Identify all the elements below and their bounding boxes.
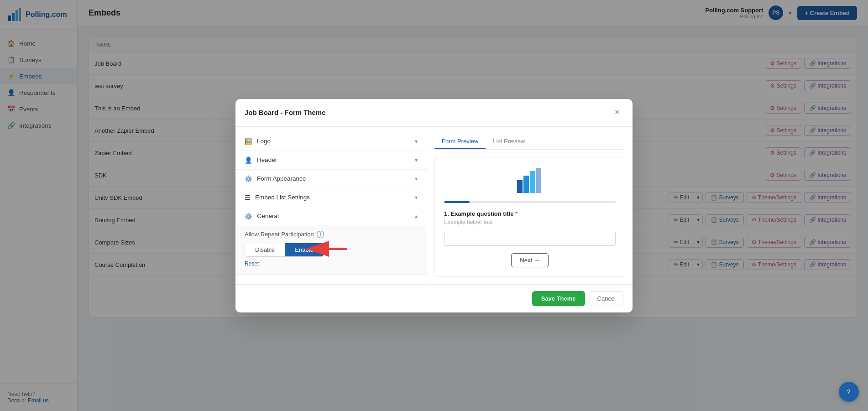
tab-list-preview[interactable]: List Preview: [486, 134, 532, 149]
modal-accordion: 🖼️ Logo ▾ 👤 Header ▾: [235, 127, 427, 284]
red-arrow: [304, 240, 350, 260]
accordion-form-appearance: ⚙️ Form Appearance ▾: [235, 170, 427, 188]
save-theme-button[interactable]: Save Theme: [532, 291, 585, 306]
modal-overlay: Job Board - Form Theme × 🖼️ Logo ▾: [0, 0, 868, 411]
chevron-up-icon: ▴: [415, 213, 418, 219]
accordion-embed-list: ☰ Embed List Settings ▾: [235, 188, 427, 207]
preview-progress-bar: [444, 201, 616, 203]
accordion-logo-header[interactable]: 🖼️ Logo ▾: [235, 132, 427, 151]
modal-preview: Form Preview List Preview: [427, 127, 633, 284]
chevron-down-icon: ▾: [415, 138, 418, 145]
svg-rect-9: [536, 168, 541, 193]
chevron-down-icon: ▾: [415, 194, 418, 201]
preview-tabs: Form Preview List Preview: [434, 134, 625, 150]
header-accordion-icon: 👤: [245, 156, 252, 164]
disable-button[interactable]: Disable: [245, 243, 285, 256]
modal-title: Job Board - Form Theme: [245, 109, 326, 116]
chevron-down-icon: ▾: [415, 176, 418, 182]
accordion-logo: 🖼️ Logo ▾: [235, 132, 427, 151]
svg-rect-7: [523, 176, 529, 193]
embed-list-label: Embed List Settings: [255, 194, 310, 201]
preview-card: 1. Example question title * Example help…: [434, 157, 625, 277]
preview-helper-text: Example helper text: [444, 219, 616, 225]
svg-rect-6: [517, 180, 523, 193]
accordion-general: ⚙️ General ▴ Allow Repeat Participation …: [235, 207, 427, 275]
allow-repeat-label: Allow Repeat Participation i: [245, 231, 418, 238]
accordion-form-appearance-header[interactable]: ⚙️ Form Appearance ▾: [235, 170, 427, 188]
form-appearance-label: Form Appearance: [257, 175, 306, 182]
preview-logo: [516, 166, 544, 194]
accordion-embed-list-header[interactable]: ☰ Embed List Settings ▾: [235, 188, 427, 207]
general-label: General: [257, 213, 279, 219]
required-marker: *: [515, 210, 518, 217]
logo-label: Logo: [257, 138, 271, 145]
form-appearance-icon: ⚙️: [245, 175, 252, 182]
preview-question: 1. Example question title *: [444, 210, 616, 217]
accordion-general-header[interactable]: ⚙️ General ▴: [235, 207, 427, 225]
embed-list-icon: ☰: [245, 194, 251, 201]
preview-next-button[interactable]: Next →: [511, 253, 548, 267]
cancel-button[interactable]: Cancel: [590, 291, 623, 306]
info-icon: i: [317, 231, 324, 238]
tab-form-preview[interactable]: Form Preview: [434, 134, 486, 149]
general-content: Allow Repeat Participation i Disable Ena…: [235, 225, 427, 274]
modal: Job Board - Form Theme × 🖼️ Logo ▾: [235, 99, 633, 312]
modal-body: 🖼️ Logo ▾ 👤 Header ▾: [235, 127, 633, 284]
header-label: Header: [257, 156, 277, 163]
general-icon: ⚙️: [245, 213, 252, 220]
accordion-header: 👤 Header ▾: [235, 151, 427, 170]
chevron-down-icon: ▾: [415, 157, 418, 163]
modal-header: Job Board - Form Theme ×: [235, 99, 633, 127]
reset-link[interactable]: Reset: [245, 260, 418, 267]
accordion-header-header[interactable]: 👤 Header ▾: [235, 151, 427, 169]
progress-fill: [444, 201, 470, 203]
help-widget: ?: [839, 382, 859, 402]
modal-close-button[interactable]: ×: [611, 106, 623, 119]
preview-input[interactable]: [444, 231, 616, 246]
help-button[interactable]: ?: [839, 382, 859, 402]
logo-accordion-icon: 🖼️: [245, 138, 252, 145]
modal-footer: Save Theme Cancel: [235, 284, 633, 312]
svg-rect-8: [530, 171, 535, 193]
